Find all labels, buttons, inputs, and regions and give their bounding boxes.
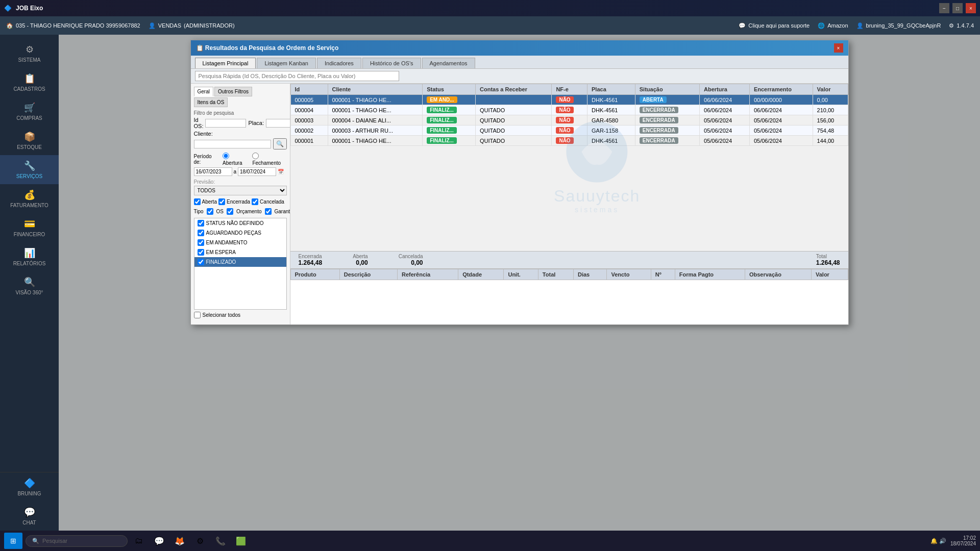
filter-tab-geral[interactable]: Geral [194, 87, 213, 96]
col-placa[interactable]: Placa [587, 84, 635, 95]
support-item[interactable]: 💬 Clique aqui para suporte [739, 22, 810, 29]
col-produto[interactable]: Produto [290, 269, 339, 280]
abertura-radio[interactable] [223, 153, 229, 159]
close-button[interactable]: × [966, 3, 976, 13]
col-encerramento[interactable]: Encerramento [749, 84, 813, 95]
aberta-summary: Aberta 0,00 [353, 254, 368, 266]
encerrada-checkbox[interactable] [218, 198, 225, 205]
cell-placa: GAR-1158 [587, 126, 635, 136]
col-observacao[interactable]: Observação [745, 269, 811, 280]
status-nao-definido[interactable]: STATUS NÃO DEFINIDO [194, 218, 286, 228]
garantia-checkbox[interactable] [265, 208, 272, 215]
status-em-andamento[interactable]: EM ANDAMENTO [194, 238, 286, 247]
status-aguardando-pecas[interactable]: AGUARDANDO PEÇAS [194, 228, 286, 238]
taskbar-settings-icon[interactable]: ⚙ [192, 533, 208, 549]
status-em-espera[interactable]: EM ESPERA [194, 247, 286, 257]
filter-tab-itens[interactable]: Itens da OS [194, 97, 228, 107]
status-finalizado[interactable]: FINALIZADO [194, 257, 286, 267]
maximize-button[interactable]: □ [952, 3, 963, 13]
id-os-input[interactable] [205, 119, 246, 128]
col-id[interactable]: Id [290, 84, 328, 95]
status-aguardando-checkbox[interactable] [198, 230, 204, 236]
col-referencia[interactable]: Referência [397, 269, 458, 280]
sidebar-item-chat[interactable]: 💬 CHAT [0, 502, 59, 531]
col-valor[interactable]: Valor [813, 84, 848, 95]
status-em-andamento-checkbox[interactable] [198, 239, 204, 246]
table-row[interactable]: 000004 000001 - THIAGO HE... FINALIZ... … [290, 105, 848, 115]
date-to-input[interactable] [238, 167, 276, 176]
home-item[interactable]: 🏠 035 - THIAGO HENRIQUE PRADO 3995906788… [6, 22, 140, 29]
table-row[interactable]: 000001 000001 - THIAGO HE... FINALIZ... … [290, 136, 848, 146]
modal-close-button[interactable]: × [834, 43, 843, 53]
status-nao-definido-checkbox[interactable] [198, 220, 204, 227]
amazon-item[interactable]: 🌐 Amazon [818, 22, 848, 29]
col-num[interactable]: Nº [651, 269, 675, 280]
orcamento-checkbox[interactable] [227, 208, 233, 215]
col-forma-pagto[interactable]: Forma Pagto [675, 269, 745, 280]
aberta-checkbox[interactable] [194, 198, 201, 205]
sidebar-item-sistema[interactable]: ⚙ SISTEMA [0, 39, 59, 68]
table-row[interactable]: 000003 000004 - DAIANE ALI... FINALIZ...… [290, 115, 848, 126]
col-valor-prod[interactable]: Valor [811, 269, 848, 280]
version-text: 1.4.7.4 [957, 22, 974, 29]
col-nfe[interactable]: NF-e [552, 84, 587, 95]
cancelada-checkbox[interactable] [252, 198, 258, 205]
col-dias[interactable]: Dias [573, 269, 606, 280]
title-bar-controls: − □ × [939, 3, 976, 13]
taskbar-phone-icon[interactable]: 📞 [212, 533, 229, 549]
table-row[interactable]: 000005 000001 - THIAGO HE... EM AND... N… [290, 95, 848, 105]
cell-nfe: NÃO [552, 126, 587, 136]
col-cliente[interactable]: Cliente [328, 84, 423, 95]
fechamento-radio[interactable] [252, 153, 259, 159]
start-button[interactable]: ⊞ [4, 533, 22, 549]
tab-listagem-principal[interactable]: Listagem Principal [195, 58, 256, 68]
placa-input[interactable] [266, 119, 290, 128]
minimize-button[interactable]: − [939, 3, 949, 13]
sidebar-item-financeiro[interactable]: 💳 FINANCEIRO [0, 213, 59, 242]
cell-nfe: NÃO [552, 105, 587, 115]
taskbar-explorer-icon[interactable]: 🗂 [131, 533, 147, 549]
taskbar-app-icon[interactable]: 🟩 [233, 533, 249, 549]
user2-item[interactable]: 👤 bruning_35_99_GQCbeApjnR [856, 22, 941, 29]
col-abertura[interactable]: Abertura [700, 84, 750, 95]
col-unit[interactable]: Unit. [504, 269, 538, 280]
taskbar-whatsapp-icon[interactable]: 💬 [151, 533, 167, 549]
status-finalizado-checkbox[interactable] [198, 259, 204, 265]
sidebar-item-visao360[interactable]: 🔍 VISÃO 360° [0, 271, 59, 300]
col-vencto[interactable]: Vencto [607, 269, 651, 280]
table-row[interactable]: 000002 000003 - ARTHUR RU... FINALIZ... … [290, 126, 848, 136]
filter-tab-outros[interactable]: Outros Filtros [214, 87, 252, 96]
col-situacao[interactable]: Situação [635, 84, 699, 95]
tab-listagem-kanban[interactable]: Listagem Kanban [257, 58, 316, 68]
date-separator: a [234, 169, 237, 174]
tab-agendamentos[interactable]: Agendamentos [422, 58, 475, 68]
quick-search-input[interactable] [195, 71, 399, 81]
sidebar-item-compras[interactable]: 🛒 COMPRAS [0, 97, 59, 126]
tab-historico[interactable]: Histórico de OS's [362, 58, 421, 68]
taskbar-browser-icon[interactable]: 🦊 [172, 533, 188, 549]
sidebar-item-faturamento[interactable]: 💰 FATURAMENTO [0, 184, 59, 213]
sidebar-item-bruning[interactable]: 🔷 BRUNING [0, 472, 59, 502]
sidebar-item-relatorios[interactable]: 📊 RELATÓRIOS [0, 242, 59, 271]
watermark-sub-text: sistemas [554, 206, 640, 214]
calendar-icon[interactable]: 📅 [278, 169, 284, 174]
date-from-input[interactable] [194, 167, 232, 176]
sidebar-item-servicos[interactable]: 🔧 SERVIÇOS [0, 155, 59, 184]
cliente-input[interactable] [194, 140, 271, 148]
sidebar-item-cadastros[interactable]: 📋 CADASTROS [0, 68, 59, 97]
tab-indicadores[interactable]: Indicadores [317, 58, 361, 68]
sidebar-item-estoque[interactable]: 📦 ESTOQUE [0, 126, 59, 155]
previsao-select[interactable]: TODOS [194, 186, 287, 195]
col-total[interactable]: Total [538, 269, 573, 280]
status-em-espera-checkbox[interactable] [198, 249, 204, 256]
os-checkbox[interactable] [207, 208, 213, 215]
select-all-checkbox[interactable] [194, 312, 201, 318]
cell-abertura: 05/06/2024 [700, 126, 750, 136]
col-contas[interactable]: Contas a Receber [476, 84, 552, 95]
cliente-search-btn[interactable]: 🔍 [273, 138, 287, 149]
col-status[interactable]: Status [423, 84, 476, 95]
role-label: (ADMINISTRADOR) [184, 22, 235, 29]
col-descricao[interactable]: Descrição [339, 269, 397, 280]
col-qtdade[interactable]: Qtdade [458, 269, 504, 280]
taskbar-search[interactable]: 🔍 Pesquisar [26, 535, 128, 547]
